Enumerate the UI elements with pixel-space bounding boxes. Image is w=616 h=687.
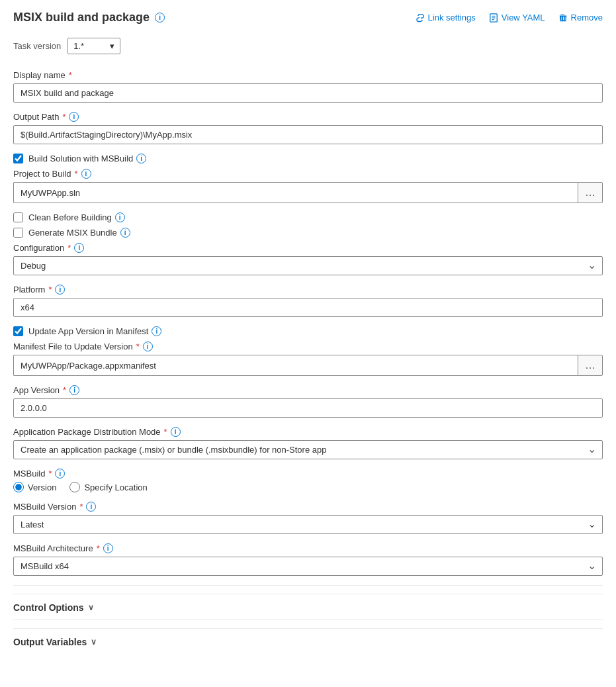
manifest-file-input[interactable] — [13, 355, 578, 376]
msbuild-architecture-select[interactable]: MSBuild x64 MSBuild x86 — [13, 557, 603, 576]
build-solution-checkbox[interactable] — [13, 154, 23, 163]
msbuild-version-label: Version — [28, 482, 56, 492]
clean-before-building-row: Clean Before Building i — [13, 212, 603, 222]
clean-before-building-checkbox[interactable] — [13, 212, 23, 222]
platform-info-icon[interactable]: i — [55, 285, 65, 295]
display-name-input[interactable] — [13, 83, 603, 103]
clean-before-building-info-icon[interactable]: i — [115, 212, 125, 222]
build-solution-info-icon[interactable]: i — [136, 154, 146, 163]
remove-icon — [558, 13, 568, 23]
app-version-required: * — [63, 385, 66, 395]
platform-field: Platform * i — [13, 285, 603, 317]
msbuild-architecture-field: MSBuild Architecture * i MSBuild x64 MSB… — [13, 543, 603, 576]
app-version-info-icon[interactable]: i — [69, 385, 79, 395]
output-variables-section[interactable]: Output Variables ∨ — [13, 628, 603, 647]
output-path-required: * — [62, 112, 66, 122]
task-version-chevron: ▾ — [110, 41, 114, 51]
msbuild-version-radio-item: Version — [13, 482, 56, 492]
header-actions: Link settings View YAML Remove — [416, 13, 603, 23]
output-path-info-icon[interactable]: i — [69, 112, 79, 122]
generate-msix-bundle-checkbox[interactable] — [13, 228, 23, 238]
platform-input[interactable] — [13, 298, 603, 317]
manifest-file-required: * — [136, 342, 140, 351]
configuration-label: Configuration * i — [13, 243, 603, 253]
msbuild-specify-radio[interactable] — [69, 482, 80, 492]
project-to-build-field: Project to Build * i … — [13, 169, 603, 203]
remove-button[interactable]: Remove — [558, 13, 603, 23]
title-info-icon[interactable]: i — [155, 13, 165, 23]
link-settings-label: Link settings — [428, 13, 476, 23]
header-left: MSIX build and package i — [13, 11, 165, 24]
update-app-version-label: Update App Version in Manifest i — [28, 326, 161, 336]
msbuild-required: * — [48, 469, 52, 479]
app-package-distribution-required: * — [164, 427, 167, 437]
project-to-build-label: Project to Build * i — [13, 169, 603, 179]
task-version-row: Task version 1.* ▾ — [13, 38, 603, 54]
platform-label: Platform * i — [13, 285, 603, 295]
app-version-label: App Version * i — [13, 385, 603, 395]
msbuild-version-info-icon[interactable]: i — [86, 502, 96, 512]
clean-before-building-label: Clean Before Building i — [28, 212, 125, 222]
app-package-distribution-label: Application Package Distribution Mode * … — [13, 427, 603, 437]
output-path-input[interactable] — [13, 125, 603, 144]
msbuild-specify-label: Specify Location — [84, 482, 147, 492]
project-to-build-input-wrapper: … — [13, 182, 603, 203]
output-path-label: Output Path * i — [13, 112, 603, 122]
msbuild-version-select[interactable]: Latest 16.0 15.0 14.0 12.0 4.0 — [13, 515, 603, 534]
msbuild-version-required: * — [79, 502, 83, 512]
msbuild-info-icon[interactable]: i — [55, 469, 65, 479]
configuration-field: Configuration * i Debug Release — [13, 243, 603, 275]
build-solution-checkbox-row: Build Solution with MSBuild i — [13, 154, 603, 163]
page-title: MSIX build and package — [13, 11, 150, 24]
app-version-field: App Version * i — [13, 385, 603, 418]
manifest-file-browse-btn[interactable]: … — [578, 355, 603, 376]
output-path-field: Output Path * i — [13, 112, 603, 144]
configuration-select-wrapper: Debug Release — [13, 256, 603, 275]
task-version-select[interactable]: 1.* ▾ — [67, 38, 120, 54]
display-name-label: Display name * — [13, 70, 603, 80]
app-package-distribution-select-wrapper: Create an application package (.msix) or… — [13, 440, 603, 459]
msbuild-version-label-row: MSBuild Version * i — [13, 502, 603, 512]
output-variables-label[interactable]: Output Variables ∨ — [13, 637, 97, 647]
generate-msix-bundle-row: Generate MSIX Bundle i — [13, 228, 603, 238]
manifest-file-input-wrapper: … — [13, 355, 603, 376]
task-version-value: 1.* — [73, 41, 84, 51]
output-variables-chevron: ∨ — [91, 637, 97, 647]
link-icon — [416, 13, 425, 23]
update-app-version-info-icon[interactable]: i — [152, 326, 161, 336]
app-package-distribution-select[interactable]: Create an application package (.msix) or… — [13, 440, 603, 459]
link-settings-button[interactable]: Link settings — [416, 13, 476, 23]
msbuild-version-radio[interactable] — [13, 482, 24, 492]
configuration-select[interactable]: Debug Release — [13, 256, 603, 275]
msbuild-label: MSBuild * i — [13, 469, 603, 479]
update-app-version-row: Update App Version in Manifest i — [13, 326, 603, 336]
control-options-label[interactable]: Control Options ∨ — [13, 602, 94, 613]
msbuild-version-field: MSBuild Version * i Latest 16.0 15.0 14.… — [13, 502, 603, 534]
task-version-label: Task version — [13, 41, 61, 51]
app-package-distribution-info-icon[interactable]: i — [171, 427, 181, 437]
app-version-input[interactable] — [13, 398, 603, 418]
msbuild-field: MSBuild * i Version Specify Location — [13, 469, 603, 492]
msbuild-radio-group: Version Specify Location — [13, 482, 603, 492]
msbuild-architecture-label-row: MSBuild Architecture * i — [13, 543, 603, 553]
view-yaml-button[interactable]: View YAML — [489, 13, 545, 23]
msbuild-architecture-select-wrapper: MSBuild x64 MSBuild x86 — [13, 557, 603, 576]
control-options-section[interactable]: Control Options ∨ — [13, 594, 603, 613]
msbuild-architecture-info-icon[interactable]: i — [103, 543, 113, 553]
build-solution-label: Build Solution with MSBuild i — [28, 154, 146, 163]
project-to-build-info-icon[interactable]: i — [81, 169, 91, 179]
project-to-build-input[interactable] — [13, 182, 578, 203]
project-to-build-required: * — [74, 169, 77, 179]
generate-msix-bundle-label: Generate MSIX Bundle i — [28, 228, 130, 238]
display-name-field: Display name * — [13, 70, 603, 103]
output-variables-divider — [13, 619, 603, 620]
platform-required: * — [48, 285, 52, 295]
yaml-icon — [489, 13, 498, 23]
configuration-info-icon[interactable]: i — [74, 243, 84, 253]
msbuild-specify-radio-item: Specify Location — [69, 482, 147, 492]
update-app-version-checkbox[interactable] — [13, 326, 23, 336]
display-name-required: * — [69, 70, 72, 80]
generate-msix-bundle-info-icon[interactable]: i — [120, 228, 130, 238]
manifest-file-info-icon[interactable]: i — [143, 342, 153, 351]
project-to-build-browse-btn[interactable]: … — [578, 182, 603, 203]
